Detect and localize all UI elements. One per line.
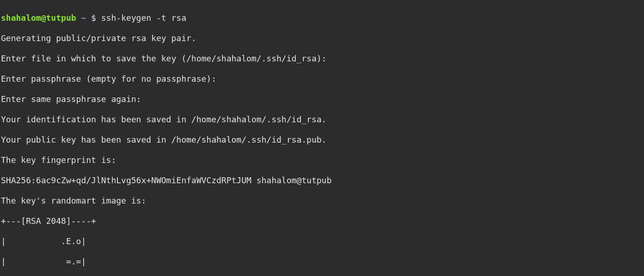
output-line: Your identification has been saved in /h…	[1, 114, 643, 125]
output-line: Enter passphrase (empty for no passphras…	[1, 74, 643, 84]
prompt-user-host: shahalom@tutpub	[1, 13, 76, 23]
randomart-line: | =.=|	[1, 257, 643, 267]
randomart-line: | .E.o|	[1, 236, 643, 246]
output-line: The key fingerprint is:	[1, 155, 643, 165]
command-1: ssh-keygen -t rsa	[101, 13, 186, 23]
output-line: Your public key has been saved in /home/…	[1, 135, 643, 145]
output-line: SHA256:6ac9cZw+qd/JlNthLvg56x+NWOmiEnfaW…	[1, 175, 643, 186]
output-line: Generating public/private rsa key pair.	[1, 33, 643, 43]
output-line: The key's randomart image is:	[1, 196, 643, 206]
prompt-path: ~	[76, 13, 92, 23]
output-line: Enter same passphrase again:	[1, 94, 643, 104]
terminal-window[interactable]: shahalom@tutpub ~ $ ssh-keygen -t rsa Ge…	[0, 0, 644, 276]
prompt-line-1: shahalom@tutpub ~ $ ssh-keygen -t rsa	[1, 13, 643, 23]
prompt-dollar: $	[91, 13, 101, 23]
output-line: Enter file in which to save the key (/ho…	[1, 54, 643, 64]
randomart-line: +---[RSA 2048]----+	[1, 216, 643, 226]
